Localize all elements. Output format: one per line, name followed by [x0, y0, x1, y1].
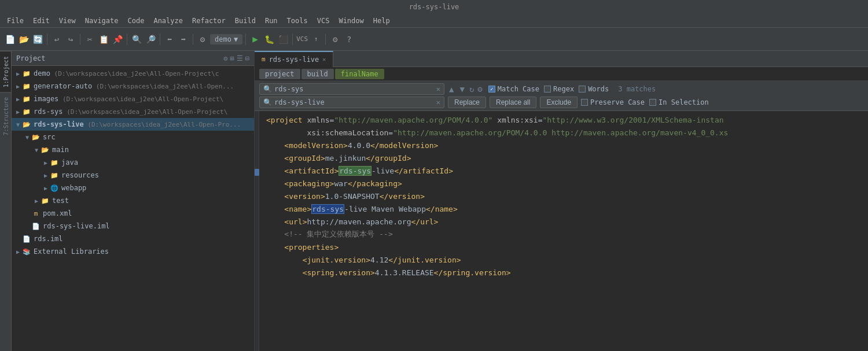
folder-icon-test: 📁	[41, 196, 50, 205]
debug-btn[interactable]: 🐛	[263, 33, 275, 46]
menu-help[interactable]: Help	[369, 16, 395, 26]
regex-label: Regex	[553, 85, 574, 93]
new-file-btn[interactable]: 📄	[3, 33, 16, 46]
tree-item-rds-sys-live[interactable]: ▼ 📂 rds-sys-live (D:\workspaces\idea_j2e…	[12, 118, 254, 131]
words-option[interactable]: Words	[579, 85, 609, 93]
search-options-btn[interactable]: ⚙	[477, 84, 482, 94]
code-area[interactable]: <project xmlns="http://maven.apache.org/…	[259, 111, 868, 351]
regex-checkbox[interactable]	[544, 86, 551, 93]
search-up-btn[interactable]: ▲	[448, 84, 455, 94]
menu-refactor[interactable]: Refactor	[187, 16, 230, 26]
menu-window[interactable]: Window	[334, 16, 368, 26]
vtab-project[interactable]: 1:Project	[0, 51, 11, 92]
sync-btn[interactable]: 🔄	[31, 33, 44, 46]
demo-selector[interactable]: demo ▼	[210, 34, 242, 45]
undo-btn[interactable]: ↩	[50, 33, 63, 46]
replace-clear-btn[interactable]: ✕	[436, 98, 440, 106]
find-prev-btn[interactable]: 🔎	[144, 33, 157, 46]
panel-arrow-icon[interactable]: ⊞	[230, 54, 234, 62]
settings-btn[interactable]: ⚙	[329, 33, 341, 46]
breadcrumb-finalname[interactable]: finalName	[335, 69, 384, 79]
folder-icon-images: 📁	[22, 94, 31, 104]
tree-arrow-webapp: ▶	[42, 185, 50, 191]
replace-input[interactable]	[274, 98, 434, 106]
tree-item-rds-sys[interactable]: ▶ 📁 rds-sys (D:\workspaces\idea_j2ee\All…	[12, 105, 254, 118]
menu-tools[interactable]: Tools	[282, 16, 312, 26]
search-down-btn[interactable]: ▼	[458, 84, 465, 94]
search-input[interactable]	[274, 85, 434, 93]
redo-btn[interactable]: ↪	[64, 33, 77, 46]
menu-edit[interactable]: Edit	[28, 16, 54, 26]
toolbar-sep-1	[47, 34, 47, 45]
stop-btn[interactable]: ⬛	[277, 33, 289, 46]
menu-analyze[interactable]: Analyze	[149, 16, 187, 26]
breadcrumb-build[interactable]: build	[301, 69, 334, 79]
in-selection-option[interactable]: In Selection	[649, 98, 709, 106]
code-line-6: <packaging> war </packaging>	[266, 177, 861, 190]
code-fold-marker[interactable]	[255, 169, 259, 176]
exclude-btn[interactable]: Exclude	[540, 97, 578, 108]
menu-run[interactable]: Run	[260, 16, 282, 26]
in-selection-checkbox[interactable]	[649, 99, 656, 106]
vcs-commit-btn[interactable]: ↑	[310, 33, 322, 46]
vtab-structure[interactable]: 7:Structure	[0, 92, 11, 140]
copy-btn[interactable]: 📋	[97, 33, 110, 46]
words-checkbox[interactable]	[579, 86, 586, 93]
replace-btn[interactable]: Replace	[448, 97, 486, 108]
tree-item-demo[interactable]: ▶ 📁 demo (D:\workspaces\idea_j2ee\All-Op…	[12, 67, 254, 80]
replace-input-wrap[interactable]: 🔍 ✕	[259, 97, 444, 108]
menu-view[interactable]: View	[54, 16, 80, 26]
editor-content[interactable]: <project xmlns="http://maven.apache.org/…	[255, 111, 868, 351]
preserve-case-checkbox[interactable]	[581, 99, 588, 106]
code-line-8: <name> rds-sys -live Maven Webapp </name…	[266, 202, 861, 215]
forward-btn[interactable]: ➡	[177, 33, 190, 46]
tree-arrow-java: ▶	[42, 160, 50, 166]
code-line-9: <url> http://maven.apache.org </url>	[266, 215, 861, 228]
match-case-checkbox[interactable]: ✓	[488, 86, 495, 93]
tree-item-rds-iml[interactable]: ▶ 📄 rds.iml	[12, 232, 254, 245]
find-btn[interactable]: 🔍	[130, 33, 143, 46]
tree-item-generator[interactable]: ▶ 📁 generator-auto (D:\workspaces\idea_j…	[12, 80, 254, 93]
cut-btn[interactable]: ✂	[83, 33, 96, 46]
panel-expand-icon[interactable]: ⊟	[245, 54, 249, 62]
back-btn[interactable]: ⬅	[163, 33, 176, 46]
paste-btn[interactable]: 📌	[111, 33, 124, 46]
menu-file[interactable]: File	[2, 16, 28, 26]
open-btn[interactable]: 📂	[17, 33, 30, 46]
menu-navigate[interactable]: Navigate	[80, 16, 123, 26]
search-input-wrap[interactable]: 🔍 ✕	[259, 83, 444, 95]
tree-item-ext-libs[interactable]: ▶ 📚 External Libraries	[12, 245, 254, 258]
preserve-case-option[interactable]: Preserve Case	[581, 98, 645, 106]
vcs-update-btn[interactable]: VCS	[296, 33, 308, 46]
replace-all-btn[interactable]: Replace all	[490, 97, 536, 108]
menu-code[interactable]: Code	[123, 16, 149, 26]
panel-header-icons: ⚙ ⊞ ☰ ⊟	[223, 54, 249, 62]
menu-build[interactable]: Build	[230, 16, 260, 26]
tree-item-iml[interactable]: ▶ 📄 rds-sys-live.iml	[12, 220, 254, 232]
panel-filter-icon[interactable]: ☰	[237, 54, 243, 62]
tree-item-webapp[interactable]: ▶ 🌐 webapp	[12, 182, 254, 194]
panel-gear-icon[interactable]: ⚙	[223, 54, 227, 62]
menu-vcs[interactable]: VCS	[312, 16, 334, 26]
tab-close-btn[interactable]: ✕	[322, 56, 326, 62]
editor-area: m rds-sys-live ✕ project build finalName…	[255, 51, 868, 351]
panel-header: Project ⚙ ⊞ ☰ ⊟	[12, 51, 254, 66]
tree-item-test[interactable]: ▶ 📁 test	[12, 194, 254, 207]
tree-item-main[interactable]: ▼ 📂 main	[12, 143, 254, 156]
tree-item-images[interactable]: ▶ 📁 images (D:\workspaces\idea_j2ee\All-…	[12, 93, 254, 105]
tree-item-src[interactable]: ▼ 📂 src	[12, 131, 254, 143]
tab-rds-sys-live[interactable]: m rds-sys-live ✕	[255, 51, 333, 67]
run-btn[interactable]: ▶	[249, 33, 262, 46]
structure-btn[interactable]: ⚙	[196, 33, 209, 46]
code-line-4: <groupId> me.jinkun </groupId>	[266, 152, 861, 164]
match-case-option[interactable]: ✓ Match Case	[488, 85, 539, 93]
search-refresh-btn[interactable]: ↻	[469, 84, 474, 94]
tree-item-java[interactable]: ▶ 📁 java	[12, 156, 254, 169]
tree-item-resources[interactable]: ▶ 📁 resources	[12, 169, 254, 182]
regex-option[interactable]: Regex	[544, 85, 574, 93]
search-clear-btn[interactable]: ✕	[436, 85, 440, 93]
code-line-7: <version> 1.0-SNAPSHOT </version>	[266, 190, 861, 202]
breadcrumb-project[interactable]: project	[259, 69, 300, 79]
help-toolbar-btn[interactable]: ?	[343, 33, 355, 46]
tree-item-pom[interactable]: ▶ m pom.xml	[12, 207, 254, 220]
